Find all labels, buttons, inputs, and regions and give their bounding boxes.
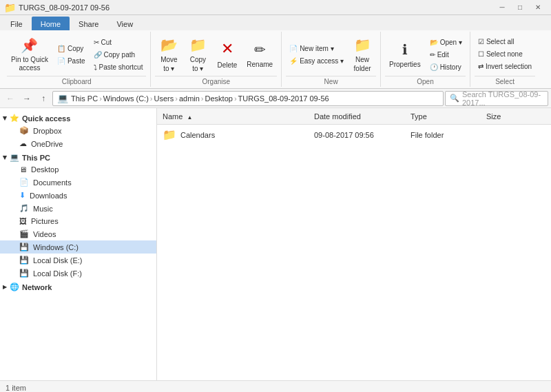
sidebar-item-network[interactable]: ▸ 🌐 Network (0, 280, 156, 293)
quick-access-icon: ⭐ (10, 114, 19, 123)
sidebar-item-local-disk-f[interactable]: 💾 Local Disk (F:) (0, 267, 156, 280)
breadcrumb-admin[interactable]: admin (179, 94, 200, 103)
network-label: Network (22, 283, 52, 291)
copy-to-button[interactable]: 📁 Copyto ▾ (184, 33, 211, 76)
col-header-size[interactable]: Size (486, 112, 541, 121)
col-header-type[interactable]: Type (410, 112, 486, 121)
dropbox-icon: 📦 (19, 126, 29, 135)
sidebar-item-dropbox[interactable]: 📦 Dropbox (0, 124, 156, 137)
tab-home[interactable]: Home (32, 17, 70, 30)
rename-icon: ✏ (254, 41, 266, 59)
open-icon: 📂 (430, 39, 438, 46)
sidebar-item-music[interactable]: 🎵 Music (0, 202, 156, 215)
file-list: 📁 Calendars 09-08-2017 09:56 File folder (157, 125, 551, 380)
cut-button[interactable]: ✂ Cut (90, 37, 147, 48)
breadcrumb-users[interactable]: Users (154, 94, 174, 103)
sidebar-item-onedrive[interactable]: ☁ OneDrive (0, 137, 156, 150)
paste-shortcut-button[interactable]: ⤵ Paste shortcut (90, 61, 147, 73)
breadcrumb-desktop[interactable]: Desktop (205, 94, 233, 103)
back-button[interactable]: ← (3, 91, 18, 106)
history-button[interactable]: 🕐 History (426, 61, 466, 73)
move-to-button[interactable]: 📂 Moveto ▾ (155, 33, 183, 76)
sidebar-item-documents[interactable]: 📄 Documents (0, 176, 156, 189)
this-pc-label: This PC (22, 154, 50, 162)
new-folder-icon: 📁 (354, 36, 371, 54)
organise-label: Organise (155, 76, 277, 87)
ribbon-group-open: ℹ Properties 📂 Open ▾ ✏ Edit 🕐 History O… (381, 32, 470, 87)
delete-button[interactable]: ✕ Delete (213, 37, 241, 72)
minimize-button[interactable]: ─ (493, 2, 511, 13)
copy-icon: 📋 (57, 45, 65, 52)
chevron-this-pc-icon: ▾ (3, 153, 7, 162)
invert-selection-button[interactable]: ⇄ Invert selection (475, 61, 535, 72)
ribbon-tabs: File Home Share View (0, 15, 551, 30)
forward-button[interactable]: → (19, 91, 34, 106)
breadcrumb-current: TURGS_08-09-2017 09-56 (238, 94, 329, 103)
tab-share[interactable]: Share (70, 17, 107, 30)
sidebar-item-videos[interactable]: 🎬 Videos (0, 227, 156, 240)
col-header-name[interactable]: Name ▲ (163, 112, 314, 121)
sidebar: ▾ ⭐ Quick access 📦 Dropbox ☁ OneDrive ▾ … (0, 108, 157, 380)
ribbon-open-items: ℹ Properties 📂 Open ▾ ✏ Edit 🕐 History (385, 33, 466, 76)
new-label: New (286, 76, 376, 87)
col-header-date[interactable]: Date modified (314, 112, 410, 121)
cut-col: ✂ Cut 🔗 Copy path ⤵ Paste shortcut (90, 37, 147, 73)
easy-access-button[interactable]: ⚡ Easy access ▾ (286, 55, 347, 67)
paste-shortcut-icon: ⤵ (94, 63, 97, 71)
copy-path-button[interactable]: 🔗 Copy path (90, 49, 147, 61)
maximize-button[interactable]: □ (511, 2, 529, 13)
rename-button[interactable]: ✏ Rename (242, 37, 277, 72)
new-item-button[interactable]: 📄 New item ▾ (286, 43, 347, 54)
downloads-icon: ⬇ (19, 191, 25, 200)
status-bar: 1 item (0, 380, 551, 392)
open-label: Open (385, 76, 466, 87)
tab-view[interactable]: View (107, 17, 142, 30)
paste-button[interactable]: 📄 Paste (54, 55, 89, 67)
select-none-button[interactable]: ☐ Select none (475, 48, 535, 60)
address-bar[interactable]: 💻 This PC › Windows (C:) › Users › admin… (52, 91, 444, 106)
easy-access-icon: ⚡ (289, 57, 298, 65)
select-all-button[interactable]: ☑ Select all (475, 36, 535, 48)
properties-icon: ℹ (402, 41, 408, 59)
status-text: 1 item (6, 384, 26, 392)
drive-c-icon: 💾 (19, 243, 29, 251)
select-label: Select (475, 76, 535, 87)
ribbon-new-items: 📄 New item ▾ ⚡ Easy access ▾ 📁 Newfolder (286, 33, 376, 76)
sidebar-item-downloads[interactable]: ⬇ Downloads (0, 189, 156, 202)
close-button[interactable]: ✕ (529, 2, 547, 13)
select-all-icon: ☑ (478, 38, 484, 45)
file-row-calendars[interactable]: 📁 Calendars 09-08-2017 09:56 File folder (157, 126, 551, 143)
videos-icon: 🎬 (19, 229, 29, 238)
move-icon: 📂 (160, 36, 178, 54)
copy-path-icon: 🔗 (94, 51, 102, 59)
documents-label: Documents (33, 178, 72, 187)
ribbon-group-clipboard: 📌 Pin to Quickaccess 📋 Copy 📄 Paste ✂ Cu… (3, 32, 151, 87)
file-date-cell: 09-08-2017 09:56 (314, 131, 410, 139)
onedrive-label: OneDrive (31, 140, 63, 148)
up-button[interactable]: ↑ (36, 91, 51, 106)
tab-file[interactable]: File (1, 17, 32, 30)
nav-bar: ← → ↑ 💻 This PC › Windows (C:) › Users ›… (0, 89, 551, 108)
sidebar-item-windows-c[interactable]: 💾 Windows (C:) (0, 240, 156, 254)
new-folder-button[interactable]: 📁 Newfolder (349, 33, 376, 76)
sidebar-item-local-disk-e[interactable]: 💾 Local Disk (E:) (0, 254, 156, 267)
cut-icon: ✂ (94, 39, 99, 46)
drive-f-icon: 💾 (19, 269, 29, 278)
folder-icon: 📁 (163, 128, 176, 141)
sidebar-item-desktop[interactable]: 🖥 Desktop (0, 163, 156, 176)
copy-button[interactable]: 📋 Copy (54, 43, 89, 54)
edit-button[interactable]: ✏ Edit (426, 49, 466, 61)
open-button[interactable]: 📂 Open ▾ (426, 37, 466, 48)
breadcrumb-c[interactable]: Windows (C:) (103, 94, 149, 103)
desktop-icon: 🖥 (19, 165, 27, 174)
sidebar-item-this-pc[interactable]: ▾ 💻 This PC (0, 150, 156, 163)
properties-button[interactable]: ℹ Properties (385, 37, 425, 72)
pictures-label: Pictures (31, 217, 59, 225)
pin-label: Pin to Quickaccess (11, 56, 48, 72)
search-bar[interactable]: 🔍 Search TURGS_08-09-2017... (445, 91, 548, 106)
sidebar-item-pictures[interactable]: 🖼 Pictures (0, 215, 156, 227)
drive-e-label: Local Disk (E:) (33, 256, 83, 265)
pin-to-quick-access-button[interactable]: 📌 Pin to Quickaccess (7, 34, 52, 75)
sidebar-item-quick-access[interactable]: ▾ ⭐ Quick access (0, 111, 156, 124)
breadcrumb-this-pc[interactable]: This PC (71, 94, 98, 103)
